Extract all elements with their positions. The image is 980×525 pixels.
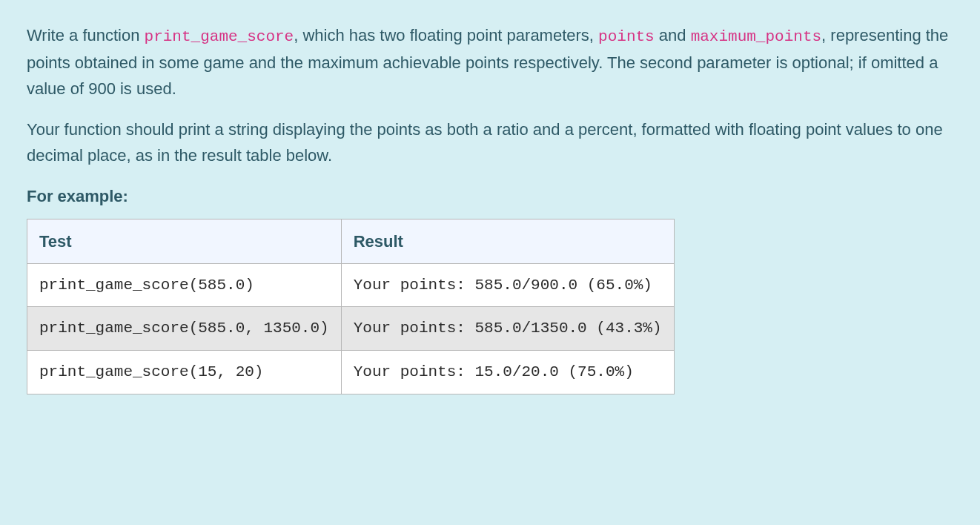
- text-fragment: and: [655, 26, 691, 44]
- text-fragment: , which has two floating point parameter…: [294, 26, 598, 44]
- table-cell-test: print_game_score(585.0): [27, 263, 342, 307]
- code-maximum-points: maximum_points: [691, 28, 821, 45]
- table-cell-result: Your points: 585.0/900.0 (65.0%): [341, 263, 674, 307]
- problem-paragraph-2: Your function should print a string disp…: [27, 116, 953, 168]
- code-print-game-score: print_game_score: [145, 28, 294, 45]
- code-points: points: [598, 28, 655, 45]
- example-label: For example:: [27, 183, 953, 209]
- table-cell-test: print_game_score(15, 20): [27, 350, 342, 394]
- table-row: print_game_score(585.0) Your points: 585…: [27, 263, 675, 307]
- table-row: print_game_score(15, 20) Your points: 15…: [27, 350, 675, 394]
- problem-paragraph-1: Write a function print_game_score, which…: [27, 22, 953, 102]
- table-cell-result: Your points: 15.0/20.0 (75.0%): [341, 350, 674, 394]
- table-header-result: Result: [341, 219, 674, 263]
- text-fragment: Write a function: [27, 26, 145, 44]
- example-table: Test Result print_game_score(585.0) Your…: [27, 219, 675, 394]
- table-row: print_game_score(585.0, 1350.0) Your poi…: [27, 307, 675, 351]
- table-header-test: Test: [27, 219, 342, 263]
- table-header-row: Test Result: [27, 219, 675, 263]
- table-cell-test: print_game_score(585.0, 1350.0): [27, 307, 342, 351]
- table-cell-result: Your points: 585.0/1350.0 (43.3%): [341, 307, 674, 351]
